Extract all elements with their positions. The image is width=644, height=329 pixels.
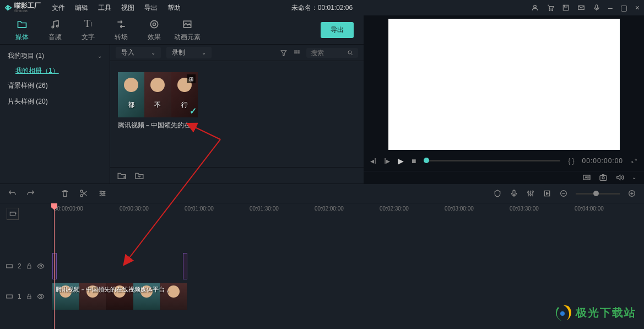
minimize-button[interactable]: – bbox=[608, 3, 613, 12]
redo-button[interactable] bbox=[26, 189, 35, 198]
sidebar-item-album[interactable]: 我的相册（1） bbox=[0, 64, 110, 78]
tab-transition[interactable]: 转场 bbox=[105, 18, 138, 42]
search-input[interactable] bbox=[311, 49, 344, 57]
stop-button[interactable]: ■ bbox=[412, 157, 416, 165]
eye-icon[interactable] bbox=[37, 262, 45, 270]
close-button[interactable]: × bbox=[635, 3, 640, 12]
render-button[interactable] bbox=[543, 189, 551, 198]
new-folder-icon[interactable] bbox=[117, 171, 127, 181]
svg-point-39 bbox=[40, 295, 42, 298]
playhead[interactable] bbox=[54, 203, 55, 329]
grid-icon[interactable] bbox=[293, 49, 301, 57]
tab-media[interactable]: 媒体 bbox=[6, 18, 39, 42]
tab-text[interactable]: TI 文字 bbox=[72, 18, 105, 42]
volume-icon[interactable] bbox=[615, 173, 624, 182]
tab-audio[interactable]: 音频 bbox=[39, 18, 72, 42]
menu-view[interactable]: 视图 bbox=[121, 3, 134, 13]
svg-point-27 bbox=[528, 192, 529, 193]
cart-icon[interactable] bbox=[546, 4, 554, 12]
zoom-slider[interactable] bbox=[576, 193, 620, 195]
svg-point-0 bbox=[534, 5, 537, 8]
maximize-button[interactable]: ▢ bbox=[620, 3, 627, 12]
sidebar-item-intro[interactable]: 片头样例 (20) bbox=[0, 94, 110, 110]
preview-progress[interactable] bbox=[424, 160, 560, 161]
svg-rect-19 bbox=[600, 175, 607, 180]
svg-rect-26 bbox=[513, 190, 515, 195]
timeline: 00:00:00:00 00:00:30:00 00:01:00:00 00:0… bbox=[0, 203, 644, 329]
voiceover-button[interactable] bbox=[510, 189, 518, 198]
menu-file[interactable]: 文件 bbox=[52, 3, 65, 13]
timeline-ruler[interactable]: 00:00:00:00 00:00:30:00 00:01:00:00 00:0… bbox=[52, 203, 644, 224]
svg-rect-11 bbox=[294, 50, 295, 51]
svg-rect-14 bbox=[294, 52, 295, 53]
timeline-track-2: 2 bbox=[0, 253, 644, 279]
expand-icon[interactable] bbox=[631, 158, 637, 164]
sidebar-item-bg[interactable]: 背景样例 (26) bbox=[0, 78, 110, 94]
svg-rect-13 bbox=[298, 50, 299, 51]
prev-frame-button[interactable]: ◂Ⅰ bbox=[370, 157, 376, 165]
marker-button[interactable] bbox=[493, 189, 502, 198]
play-button[interactable]: ▶ bbox=[398, 157, 404, 165]
split-button[interactable] bbox=[79, 189, 88, 198]
mixer-button[interactable] bbox=[526, 189, 535, 198]
svg-point-9 bbox=[150, 20, 158, 28]
tab-effect[interactable]: 效果 bbox=[138, 18, 171, 42]
sidebar-item-project[interactable]: 我的项目 (1) ⌄ bbox=[0, 48, 110, 64]
save-icon[interactable] bbox=[562, 4, 570, 12]
snapshot-icon[interactable] bbox=[599, 173, 608, 182]
source-tabs: 媒体 音频 TI 文字 转场 效果 动画元素 导出 bbox=[0, 15, 364, 44]
app-logo: 喵影工厂 filmora bbox=[4, 2, 41, 13]
blank-clip-handle[interactable] bbox=[52, 253, 57, 279]
search-icon[interactable] bbox=[347, 50, 354, 56]
filter-icon[interactable] bbox=[280, 49, 288, 57]
add-track-button[interactable] bbox=[7, 208, 19, 220]
import-dropdown[interactable]: 导入 ⌄ bbox=[116, 47, 161, 58]
chevron-down-icon[interactable]: ⌄ bbox=[632, 174, 636, 180]
music-icon bbox=[50, 18, 61, 30]
svg-rect-3 bbox=[563, 5, 568, 10]
lock-icon[interactable] bbox=[26, 263, 33, 269]
quality-icon[interactable] bbox=[582, 173, 591, 182]
blank-clip-handle[interactable] bbox=[183, 253, 187, 279]
menu-export[interactable]: 导出 bbox=[144, 3, 158, 13]
preview-canvas bbox=[388, 19, 620, 150]
zoom-out-button[interactable] bbox=[559, 189, 568, 198]
next-frame-button[interactable]: Ⅰ▸ bbox=[384, 157, 390, 165]
watermark: 极光下载站 bbox=[551, 301, 636, 323]
image-icon bbox=[182, 18, 193, 30]
svg-point-17 bbox=[348, 51, 351, 54]
media-sidebar: 我的项目 (1) ⌄ 我的相册（1） 背景样例 (26) 片头样例 (20) bbox=[0, 45, 110, 184]
menu-tool[interactable]: 工具 bbox=[98, 3, 111, 13]
media-area: 导入 ⌄ 录制 ⌄ bbox=[110, 45, 364, 184]
titlebar: 喵影工厂 filmora 文件 编辑 工具 视图 导出 帮助 未命名：00:01… bbox=[0, 0, 644, 15]
menu-edit[interactable]: 编辑 bbox=[75, 3, 88, 13]
watermark-text: 极光下载站 bbox=[576, 305, 636, 320]
media-clip[interactable]: 都 不 行 ⊞ ✓ 腾讯视频－中国领先的在 bbox=[118, 72, 198, 130]
zoom-in-button[interactable] bbox=[627, 189, 636, 198]
undo-button[interactable] bbox=[8, 189, 17, 198]
mic-icon[interactable] bbox=[593, 4, 600, 12]
mail-icon[interactable] bbox=[577, 4, 585, 12]
preview-panel: ◂Ⅰ Ⅰ▸ ▶ ■ { } 00:00:00:00 ⌄ bbox=[364, 15, 644, 184]
lock-icon[interactable] bbox=[26, 293, 33, 300]
svg-point-1 bbox=[549, 10, 550, 11]
main-menu: 文件 编辑 工具 视图 导出 帮助 bbox=[52, 3, 181, 13]
eye-icon[interactable] bbox=[37, 293, 45, 300]
delete-button[interactable] bbox=[61, 189, 69, 198]
clip-name: 腾讯视频－中国领先的在 bbox=[118, 121, 198, 130]
svg-rect-37 bbox=[7, 295, 13, 298]
menu-help[interactable]: 帮助 bbox=[167, 3, 181, 13]
open-folder-icon[interactable] bbox=[134, 171, 144, 181]
export-button[interactable]: 导出 bbox=[321, 22, 354, 38]
account-icon[interactable] bbox=[531, 4, 539, 12]
search-box[interactable] bbox=[306, 48, 358, 58]
svg-point-25 bbox=[101, 195, 102, 196]
video-clip[interactable]: 腾讯视频－中国领先的在线视频媒体平台， bbox=[52, 283, 187, 310]
folder-icon bbox=[17, 18, 28, 30]
timeline-toolbar bbox=[0, 184, 644, 203]
adjust-button[interactable] bbox=[98, 189, 107, 198]
chevron-down-icon: ⌄ bbox=[151, 50, 155, 56]
loop-brackets[interactable]: { } bbox=[568, 157, 574, 165]
tab-element[interactable]: 动画元素 bbox=[171, 18, 204, 42]
record-dropdown[interactable]: 录制 ⌄ bbox=[166, 47, 212, 58]
